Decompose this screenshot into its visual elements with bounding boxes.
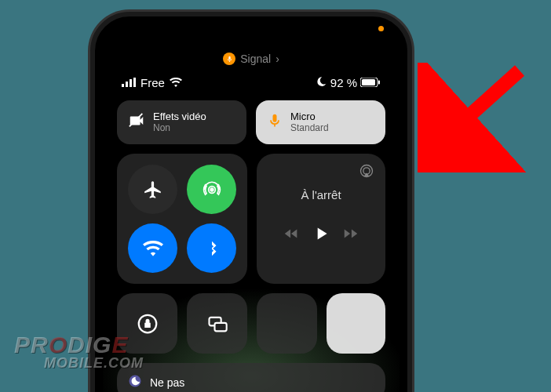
- status-left: Free: [122, 76, 182, 89]
- video-effects-title: Effets vidéo: [153, 111, 206, 123]
- carrier-label: Free: [140, 76, 165, 89]
- screen-mirroring-button[interactable]: [187, 293, 247, 354]
- rewind-button[interactable]: [283, 225, 300, 245]
- svg-rect-13: [214, 322, 226, 331]
- video-effects-subtitle: Non: [153, 123, 206, 134]
- wifi-icon: [170, 76, 182, 89]
- svg-rect-0: [122, 84, 124, 87]
- mic-mode-button[interactable]: Micro Standard: [256, 100, 385, 144]
- notch: [192, 16, 310, 38]
- microphone-icon: [223, 53, 235, 65]
- svg-line-15: [441, 71, 520, 141]
- airplay-icon[interactable]: [359, 163, 374, 182]
- focus-button[interactable]: Ne pas: [117, 363, 385, 392]
- video-effects-button[interactable]: Effets vidéo Non: [117, 100, 246, 144]
- media-playback-module[interactable]: À l'arrêt: [257, 154, 385, 284]
- app-name-label: Signal: [240, 53, 271, 65]
- volume-slider[interactable]: [327, 293, 385, 354]
- forward-button[interactable]: [342, 225, 359, 245]
- bluetooth-button[interactable]: [187, 223, 236, 273]
- svg-point-8: [210, 187, 213, 191]
- svg-rect-5: [362, 79, 375, 85]
- mic-mode-subtitle: Standard: [290, 123, 329, 134]
- svg-rect-1: [126, 82, 128, 87]
- video-off-icon: [128, 112, 145, 132]
- status-right: 92 %: [316, 76, 381, 89]
- connectivity-module[interactable]: [117, 154, 247, 284]
- svg-rect-2: [130, 79, 132, 87]
- microphone-icon: [267, 113, 283, 132]
- playback-state-label: À l'arrêt: [269, 188, 373, 201]
- watermark-brand-1: PR: [14, 332, 49, 358]
- svg-rect-3: [133, 78, 136, 87]
- brightness-slider[interactable]: [257, 293, 317, 354]
- dnd-moon-icon: [128, 374, 142, 390]
- watermark: PRODIGE MOBILE.COM: [14, 334, 144, 370]
- mic-mode-title: Micro: [290, 111, 329, 123]
- battery-icon: [360, 76, 381, 89]
- battery-pct-label: 92 %: [330, 76, 357, 89]
- cellular-signal-icon: [122, 76, 136, 89]
- microphone-indicator-dot: [378, 26, 384, 31]
- play-button[interactable]: [311, 223, 331, 247]
- watermark-site: MOBILE.COM: [44, 357, 144, 370]
- svg-rect-6: [378, 81, 380, 85]
- status-bar: Free 92 %: [103, 65, 400, 89]
- wifi-button[interactable]: [128, 223, 177, 273]
- control-center-screen: Signal › Free 92 %: [103, 24, 400, 392]
- airplane-mode-button[interactable]: [128, 165, 177, 214]
- watermark-brand-2: DIG: [68, 332, 111, 358]
- dnd-moon-icon: [316, 76, 327, 89]
- focus-label: Ne pas: [150, 376, 184, 389]
- cellular-data-button[interactable]: [187, 165, 236, 214]
- app-using-mic-bar[interactable]: Signal ›: [103, 53, 400, 65]
- modules: Effets vidéo Non Micro Standard: [103, 89, 400, 392]
- red-arrow-annotation: [418, 63, 527, 172]
- chevron-right-icon: ›: [276, 53, 279, 65]
